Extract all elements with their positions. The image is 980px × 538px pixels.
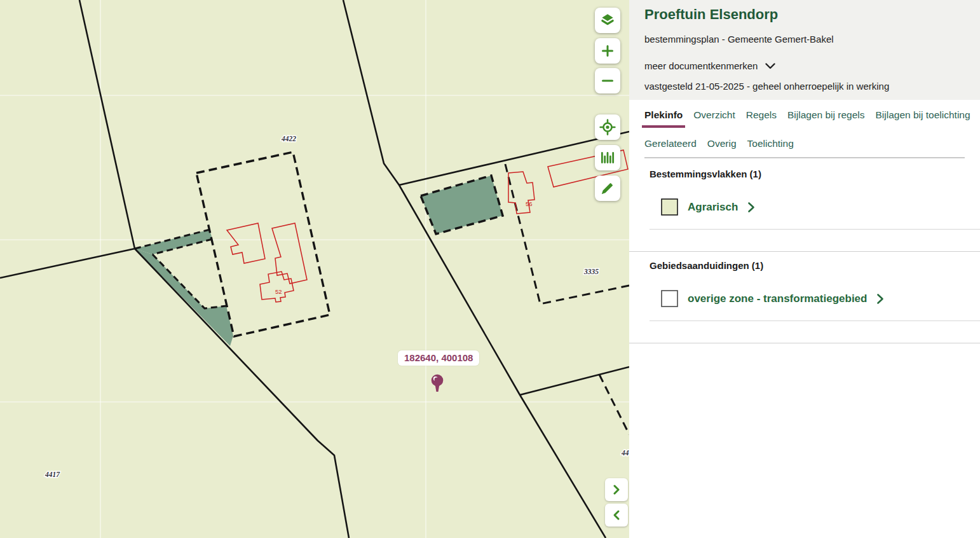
locate-button[interactable]: [595, 114, 620, 140]
item-label: overige zone - transformatiegebied: [688, 293, 867, 305]
map-gridlines: [0, 0, 629, 538]
chevron-down-icon: [765, 63, 775, 69]
coordinate-label: 182640, 400108: [398, 350, 479, 366]
parcel-label: 4422: [281, 135, 296, 142]
zone-overlay-rect: [421, 176, 503, 234]
document-header: Proeftuin Elsendorp bestemmingsplan - Ge…: [629, 0, 980, 100]
tabs-divider: [644, 157, 965, 158]
parcel-label: 4417: [44, 471, 60, 478]
panel-collapse-button[interactable]: [605, 478, 628, 501]
status-line: vastgesteld 21-05-2025 - geheel onherroe…: [644, 80, 965, 93]
page-title: Proeftuin Elsendorp: [644, 5, 965, 24]
parcel-label: 44: [621, 449, 629, 457]
tab-toelichting[interactable]: Toelichting: [747, 137, 794, 154]
legend-swatch: [661, 290, 678, 307]
plekinfo-content: Bestemmingsvlakken (1) Agrarisch Gebieds…: [629, 169, 980, 343]
item-divider: [650, 229, 980, 230]
map-area[interactable]: 52 56 4422 4417 3335 44 182640, 400108: [0, 0, 629, 538]
panel-expand-button[interactable]: [605, 504, 628, 527]
more-link-label: meer documentkenmerken: [644, 60, 758, 72]
chevron-right-icon: [610, 483, 623, 496]
minus-icon: [600, 73, 615, 88]
tab-row-1: Plekinfo Overzicht Regels Bijlagen bij r…: [644, 109, 965, 128]
section-divider: [629, 343, 980, 343]
chevron-left-icon: [610, 509, 623, 521]
measure-icon: [599, 149, 616, 166]
zoom-out-button[interactable]: [595, 68, 620, 93]
zoom-in-button[interactable]: [595, 38, 620, 64]
tab-regels[interactable]: Regels: [746, 109, 777, 128]
list-item-overige-zone[interactable]: overige zone - transformatiegebied: [661, 290, 884, 307]
parcel-label: 3335: [583, 268, 599, 275]
building-label: 56: [526, 200, 533, 207]
more-document-attributes-link[interactable]: meer documentkenmerken: [644, 60, 775, 72]
chevron-right-icon: [876, 293, 884, 305]
parcel-lines: [0, 0, 629, 538]
tab-overig[interactable]: Overig: [707, 137, 737, 154]
section-title-bestemmingsvlakken: Bestemmingsvlakken (1): [650, 169, 980, 179]
crosshair-icon: [599, 119, 616, 135]
tab-gerelateerd[interactable]: Gerelateerd: [644, 137, 697, 154]
document-subtitle: bestemmingsplan - Gemeente Gemert-Bakel: [644, 33, 965, 46]
map-canvas[interactable]: 52 56 4422 4417 3335 44: [0, 0, 629, 538]
layers-icon: [599, 12, 616, 29]
plus-icon: [600, 43, 615, 59]
tab-bijlagen-bij-toelichting[interactable]: Bijlagen bij toelichting: [876, 109, 970, 128]
building-outlines: [227, 150, 628, 302]
building-label: 52: [275, 288, 282, 295]
info-panel: Proeftuin Elsendorp bestemmingsplan - Ge…: [629, 0, 980, 538]
tab-bar: Plekinfo Overzicht Regels Bijlagen bij r…: [629, 100, 980, 158]
layers-button[interactable]: [595, 8, 620, 33]
chevron-right-icon: [747, 202, 755, 213]
tab-plekinfo[interactable]: Plekinfo: [642, 109, 685, 128]
parcel-number-labels: 4422 4417 3335 44: [44, 135, 629, 478]
item-label: Agrarisch: [688, 201, 738, 214]
app-window: 52 56 4422 4417 3335 44 182640, 400108: [0, 0, 980, 538]
tab-overzicht[interactable]: Overzicht: [693, 109, 735, 128]
tab-row-2: Gerelateerd Overig Toelichting: [644, 137, 965, 154]
section-divider: [629, 251, 980, 252]
list-item-agrarisch[interactable]: Agrarisch: [661, 198, 755, 216]
measure-button[interactable]: [595, 145, 620, 170]
item-divider: [650, 321, 980, 321]
section-title-gebiedsaanduidingen: Gebiedsaanduidingen (1): [650, 260, 980, 271]
legend-swatch: [661, 198, 678, 216]
tab-bijlagen-bij-regels[interactable]: Bijlagen bij regels: [787, 109, 865, 128]
pencil-icon: [599, 180, 616, 197]
draw-button[interactable]: [595, 176, 620, 201]
map-marker-icon: [430, 374, 444, 393]
